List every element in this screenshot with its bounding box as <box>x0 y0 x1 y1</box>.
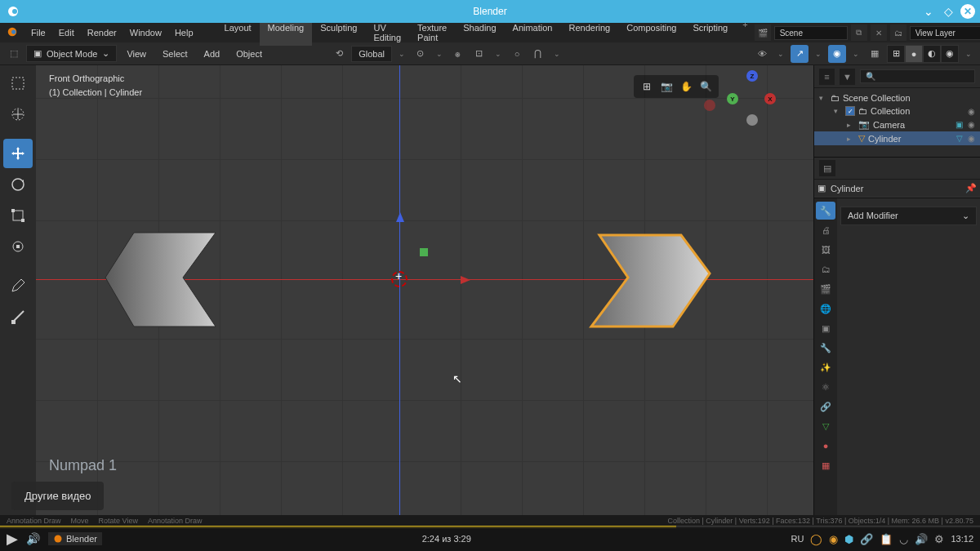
tab-material[interactable]: ● <box>816 437 835 455</box>
add-modifier-dropdown[interactable]: Add Modifier ⌄ <box>840 207 977 225</box>
eye-icon[interactable]: ◉ <box>968 134 975 143</box>
shading-lookdev[interactable]: ◐ <box>923 45 941 63</box>
menu-help[interactable]: Help <box>168 28 200 38</box>
outliner-display-icon[interactable]: ≡ <box>819 69 835 85</box>
cursor-tool[interactable] <box>3 100 33 129</box>
outliner-search[interactable] <box>860 69 975 83</box>
editor-type-icon[interactable]: ⬚ <box>5 45 23 63</box>
outliner-item-cylinder[interactable]: ▸ ▽ Cylinder ▽◉ <box>814 131 980 145</box>
tab-object[interactable]: ▣ <box>816 319 835 337</box>
pan-icon[interactable]: ✋ <box>678 78 694 95</box>
transform-tool[interactable] <box>3 232 33 261</box>
scene-delete-icon[interactable]: ✕ <box>871 24 887 41</box>
annotate-tool[interactable] <box>3 271 33 300</box>
eye-icon[interactable]: ◉ <box>968 107 975 116</box>
clipboard-icon[interactable]: 📋 <box>880 533 893 545</box>
clock[interactable]: 13:12 <box>951 534 973 544</box>
xray-icon[interactable]: ▦ <box>866 45 884 63</box>
falloff-icon[interactable]: ⋂ <box>529 45 547 63</box>
grid-view-icon[interactable]: ⊞ <box>639 78 655 95</box>
outliner-scene-collection[interactable]: ▾ 🗀 Scene Collection <box>814 91 980 104</box>
zoom-icon[interactable]: 🔍 <box>697 78 714 95</box>
snap-icon[interactable]: ⎈ <box>449 45 467 63</box>
orientation-select[interactable]: Global <box>351 46 392 62</box>
chevron-down-icon[interactable]: ⌄ <box>962 50 975 58</box>
checkbox-icon[interactable]: ✓ <box>845 106 855 116</box>
header-view[interactable]: View <box>120 49 153 59</box>
settings-icon[interactable]: ⚙ <box>934 533 944 545</box>
workspace-compositing[interactable]: Compositing <box>618 20 684 46</box>
mode-selector[interactable]: ▣ Object Mode ⌄ <box>26 45 117 62</box>
properties-editor-icon[interactable]: ▤ <box>819 160 835 176</box>
tab-texture[interactable]: ▦ <box>816 456 835 474</box>
workspace-uv[interactable]: UV Editing <box>365 20 409 46</box>
tab-constraints[interactable]: 🔗 <box>816 398 835 415</box>
tab-data[interactable]: ▽ <box>816 417 835 435</box>
tab-physics[interactable]: ⚛ <box>816 378 835 396</box>
scale-handle-icon[interactable] <box>420 248 428 256</box>
workspace-texture[interactable]: Texture Paint <box>409 20 455 46</box>
tab-modifiers[interactable]: 🔧 <box>816 202 835 220</box>
mesh-object-right-selected[interactable] <box>583 229 714 335</box>
orientation-icon[interactable]: ⟲ <box>330 45 348 63</box>
other-videos-button[interactable]: Другие видео <box>11 482 104 510</box>
tab-wrench[interactable]: 🔧 <box>816 339 835 357</box>
workspace-rendering[interactable]: Rendering <box>560 20 618 46</box>
workspace-scripting[interactable]: Scripting <box>684 20 736 46</box>
workspace-layout[interactable]: Layout <box>216 20 260 46</box>
tray-circle2-icon[interactable]: ◉ <box>829 533 838 545</box>
outliner-filter-icon[interactable]: ▼ <box>840 69 855 85</box>
close-button[interactable]: ✕ <box>960 4 975 19</box>
tab-world[interactable]: 🌐 <box>816 300 835 318</box>
tray-app-icon[interactable]: ⬢ <box>844 533 853 545</box>
add-workspace-button[interactable]: + <box>736 20 754 46</box>
layer-browse-icon[interactable]: 🗂 <box>890 24 906 41</box>
network-icon[interactable]: ◡ <box>899 533 908 545</box>
snap-target-icon[interactable]: ⊡ <box>470 45 488 63</box>
header-add[interactable]: Add <box>198 49 227 59</box>
menu-window[interactable]: Window <box>123 28 168 38</box>
chevron-down-icon[interactable]: ⌄ <box>395 50 408 58</box>
workspace-modeling[interactable]: Modeling <box>260 20 313 46</box>
camera-view-icon[interactable]: 📷 <box>658 78 675 95</box>
menu-edit[interactable]: Edit <box>52 28 81 38</box>
tray-circle-icon[interactable]: ◯ <box>810 533 822 545</box>
restrict-icon[interactable]: ▣ <box>956 120 963 129</box>
workspace-sculpting[interactable]: Sculpting <box>312 20 365 46</box>
tab-scene[interactable]: 🎬 <box>816 280 835 298</box>
scene-browse-icon[interactable]: 🎬 <box>755 24 771 41</box>
blender-icon[interactable] <box>7 26 18 39</box>
measure-tool[interactable] <box>3 302 33 331</box>
gizmo-icon[interactable]: ↗ <box>791 45 808 63</box>
workspace-animation[interactable]: Animation <box>505 20 561 46</box>
link-icon[interactable]: 🔗 <box>860 533 873 545</box>
select-box-tool[interactable] <box>3 69 33 98</box>
taskbar-app[interactable]: Blender <box>48 532 102 545</box>
shading-wireframe[interactable]: ⊞ <box>887 45 905 63</box>
tab-output[interactable]: 🖼 <box>816 241 835 259</box>
maximize-button[interactable]: ◇ <box>941 4 956 19</box>
scene-name-field[interactable] <box>774 26 848 40</box>
mesh-object-left[interactable] <box>101 229 232 335</box>
header-select[interactable]: Select <box>156 49 194 59</box>
header-object[interactable]: Object <box>229 49 269 59</box>
pin-icon[interactable]: 📌 <box>965 183 977 193</box>
tab-particles[interactable]: ✨ <box>816 358 835 376</box>
menu-file[interactable]: File <box>24 28 52 38</box>
visibility-icon[interactable]: 👁 <box>753 45 771 63</box>
navigation-gizmo[interactable]: Z Y X <box>727 70 776 119</box>
scale-tool[interactable] <box>3 201 33 230</box>
scene-new-icon[interactable]: ⧉ <box>851 24 867 41</box>
workspace-shading[interactable]: Shading <box>455 20 504 46</box>
play-button[interactable]: ▶ <box>7 530 18 548</box>
overlay-icon[interactable]: ◉ <box>828 45 846 63</box>
language-indicator[interactable]: RU <box>791 534 804 544</box>
pivot-icon[interactable]: ⊙ <box>412 45 430 63</box>
tab-viewlayer[interactable]: 🗂 <box>816 260 835 278</box>
menu-render[interactable]: Render <box>81 28 123 38</box>
proportional-icon[interactable]: ○ <box>508 45 526 63</box>
tab-render[interactable]: 🖨 <box>816 221 835 239</box>
outliner-collection[interactable]: ▾ ✓ 🗀 Collection ◉ <box>814 104 980 118</box>
move-tool[interactable] <box>3 139 33 168</box>
rotate-tool[interactable] <box>3 170 33 199</box>
